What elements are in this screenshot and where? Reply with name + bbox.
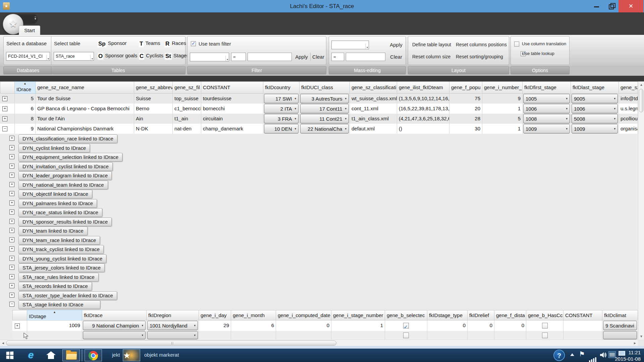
expand-toggle[interactable]: + — [9, 136, 14, 141]
expand-toggle[interactable]: + — [9, 265, 14, 270]
country-dropdown[interactable]: 2 ITA▾ — [264, 104, 299, 113]
climat-dropdown[interactable]: 9 Scandinavi — [603, 321, 637, 330]
cell-IDrace[interactable]: 5 — [15, 94, 36, 104]
column-header[interactable]: CONSTANT — [564, 310, 602, 320]
linked-table-band[interactable]: STA_jersey_colors linked to IDrace — [18, 263, 105, 272]
cell-race-name[interactable]: GP Banca di Legnano - Coppa Bernocchi — [36, 104, 134, 114]
last-stage-dropdown[interactable]: 1009▾ — [572, 124, 618, 133]
hascol-checkbox[interactable] — [542, 323, 548, 328]
column-header[interactable]: gene_sz_m — [619, 81, 638, 94]
cell-abbrev[interactable]: N-DK — [134, 124, 173, 134]
expand-toggle[interactable]: + — [9, 219, 14, 224]
filter-value-input[interactable] — [248, 53, 292, 61]
cyclists-button[interactable]: CCyclists — [139, 53, 163, 60]
linked-table-band[interactable]: DYN_objectif linked to IDrace — [18, 190, 92, 198]
column-header[interactable]: gene_b_HasCc — [526, 310, 564, 320]
cell-teams[interactable]: () — [397, 124, 449, 134]
mass-edit-value-input[interactable] — [346, 53, 385, 61]
cell-abbrev[interactable]: Suisse — [134, 94, 173, 104]
column-header[interactable]: gene_i_month — [231, 310, 276, 320]
column-header[interactable]: fkIDlast_stage — [571, 81, 619, 94]
first-stage-dropdown[interactable]: 1006▾ — [523, 104, 570, 113]
cell-fil[interactable]: c1_bernocch — [173, 104, 201, 114]
column-header[interactable]: fkIDrelief — [468, 310, 494, 320]
linked-table-band[interactable]: DYN_national_team linked to IDrace — [18, 181, 108, 189]
column-header[interactable]: fkIDstage_type — [427, 310, 468, 320]
expand-toggle[interactable]: + — [9, 154, 14, 159]
cell-abbrev[interactable]: Ain — [134, 114, 173, 124]
help-icon[interactable]: ? — [553, 350, 565, 361]
race-dropdown[interactable]: ▾ — [83, 331, 146, 339]
linked-table-band[interactable]: DYN_team_race linked to IDrace — [18, 236, 100, 245]
selected-checkbox[interactable] — [403, 323, 409, 328]
cell-classification[interactable]: wt_suisse_class.xml — [350, 94, 397, 104]
filter-operator[interactable]: = — [231, 53, 246, 61]
expand-toggle[interactable]: + — [9, 209, 14, 215]
selected-checkbox[interactable] — [403, 333, 409, 338]
linked-table-band[interactable]: DYN_race_status linked to IDrace — [18, 208, 102, 217]
linked-table-band[interactable]: STA_roster_type_leader linked to IDrace — [18, 291, 117, 300]
cell-mail[interactable]: u.s.legnane — [619, 104, 638, 114]
scroll-right-icon[interactable]: ► — [633, 340, 637, 346]
expand-toggle[interactable]: + — [9, 164, 14, 169]
linked-table-band[interactable]: DYN_classification_race linked to IDrace — [18, 134, 117, 143]
expand-toggle[interactable]: + — [2, 116, 7, 121]
expand-toggle[interactable]: + — [9, 200, 14, 205]
cell-number[interactable]: 5 — [482, 114, 523, 124]
minimize-button[interactable] — [589, 0, 604, 12]
column-header[interactable]: gene_sz_abbrev — [134, 81, 173, 94]
country-dropdown[interactable]: 3 FRA▾ — [264, 114, 299, 123]
reset-columns-positions-button[interactable]: Reset columns positions — [456, 42, 507, 47]
network-signal-icon[interactable] — [589, 357, 596, 362]
cell-distance[interactable]: 0 — [494, 320, 526, 331]
filter-clear-button[interactable]: Clear — [311, 53, 326, 61]
cell-IDrace[interactable]: 9 — [15, 124, 36, 134]
cell-classification[interactable]: t1_ain_class.xml — [350, 114, 397, 124]
horizontal-scroll-thumb[interactable] — [6, 341, 336, 346]
mass-edit-column-select[interactable]: ▾ — [331, 41, 369, 49]
cell-fil[interactable]: top_suisse — [173, 94, 201, 104]
cell-month[interactable]: 6 — [231, 320, 276, 331]
mass-edit-clear-button[interactable]: Clear — [388, 53, 404, 61]
country-dropdown[interactable]: 17 SWI▾ — [264, 94, 299, 103]
expand-toggle[interactable]: + — [9, 274, 14, 279]
vertical-scrollbar[interactable]: ▲ ▼ — [638, 81, 644, 340]
cell-constant[interactable]: bornecchi — [201, 104, 263, 114]
sponsor-button[interactable]: SpSponsor — [98, 40, 127, 47]
cell-IDrace[interactable]: 8 — [15, 114, 36, 124]
cell-popularity[interactable]: 75 — [449, 94, 482, 104]
linked-table-band[interactable]: STA_records linked to IDrace — [18, 282, 92, 291]
horizontal-scrollbar[interactable]: ◄ ► — [0, 340, 638, 346]
region-dropdown[interactable]: ▾ — [147, 331, 198, 339]
linked-table-band[interactable]: DYN_equipment_selection linked to IDrace — [18, 153, 122, 162]
define-table-layout-button[interactable]: Define table layout — [412, 42, 451, 47]
home-icon[interactable] — [46, 351, 56, 359]
expand-toggle[interactable]: + — [15, 323, 20, 328]
close-button[interactable]: ✕ — [619, 0, 643, 12]
use-team-filter-checkbox[interactable] — [191, 41, 196, 46]
climat-dropdown[interactable] — [603, 331, 637, 339]
column-header[interactable]: fkIDcountry — [263, 81, 300, 94]
start-button[interactable] — [6, 352, 14, 360]
stages-button[interactable]: StStages — [165, 53, 189, 60]
cell-mail[interactable]: organisateu — [619, 124, 638, 134]
scroll-down-icon[interactable]: ▼ — [640, 333, 643, 340]
use-column-translation-checkbox[interactable] — [514, 42, 519, 47]
expand-toggle[interactable]: + — [9, 237, 14, 242]
expand-toggle[interactable]: + — [9, 293, 14, 298]
filter-column-select[interactable]: ▾ — [190, 53, 229, 61]
cell-classification[interactable]: cont_11.xml — [350, 104, 397, 114]
teams-button[interactable]: TTeams — [139, 40, 160, 47]
cell-popularity[interactable]: 28 — [449, 114, 482, 124]
column-header[interactable]: gene_f_dista — [494, 310, 526, 320]
linked-table-band[interactable]: DYN_invitation_cyclist linked to IDrace — [18, 162, 113, 171]
linked-table-band[interactable]: DYN_track_cyclist linked to IDrace — [18, 245, 104, 254]
linked-table-band[interactable]: DYN_team linked to IDrace — [18, 227, 88, 235]
lachis-editor-button[interactable]: ★ — [123, 349, 140, 361]
collapse-toggle[interactable]: − — [9, 302, 14, 307]
expand-toggle[interactable]: + — [9, 182, 14, 187]
uci-class-dropdown[interactable]: 22 NationalCha▾ — [300, 124, 349, 133]
linked-table-band[interactable]: DYN_young_cyclist linked to IDrace — [18, 254, 106, 263]
linked-table-band[interactable]: DYN_leader_program linked to IDrace — [18, 171, 112, 180]
cell-stage-type[interactable]: 0 — [427, 320, 468, 331]
